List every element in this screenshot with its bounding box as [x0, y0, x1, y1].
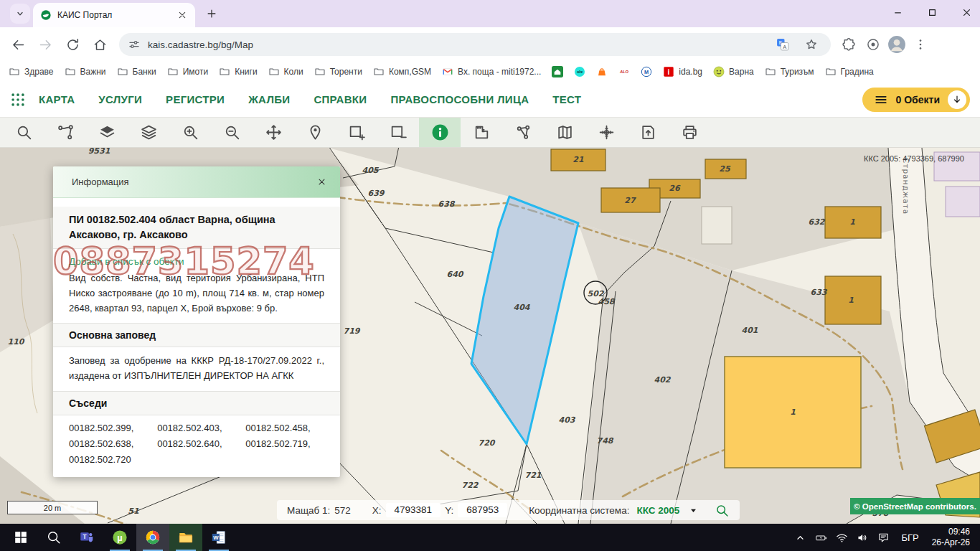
new-tab-button[interactable]: [202, 4, 221, 23]
volume-status-button[interactable]: [852, 524, 873, 551]
maximize-button[interactable]: [923, 3, 941, 22]
utorrent-app-button[interactable]: µ: [103, 524, 136, 551]
tool-layers-button[interactable]: [128, 118, 169, 147]
objects-list-button[interactable]: 0 Обекти: [862, 88, 970, 112]
wifi-status-button[interactable]: [831, 524, 852, 551]
tray-expand-button[interactable]: [790, 524, 811, 551]
tab-close-icon[interactable]: [176, 9, 188, 21]
bookmark-star-button[interactable]: [801, 34, 822, 55]
forward-button[interactable]: [33, 32, 57, 57]
bookmark-item[interactable]: Торенти: [314, 66, 362, 77]
taskbar-clock[interactable]: 09:46 26-Apr-26: [926, 527, 976, 548]
tool-layers-filled-button[interactable]: [86, 118, 128, 147]
bookmark-item[interactable]: i ida.bg: [663, 66, 702, 77]
tool-measure-button[interactable]: [461, 118, 502, 147]
close-button[interactable]: [957, 3, 976, 22]
svg-text:ALO: ALO: [619, 70, 629, 74]
bookmark-item[interactable]: olx: [574, 66, 585, 77]
bookmark-item[interactable]: Вх. поща - miti1972...: [442, 66, 541, 77]
tool-pan-button[interactable]: [253, 118, 294, 147]
nav-menu-item[interactable]: ЖАЛБИ: [248, 93, 290, 105]
osm-attribution-badge[interactable]: © OpenStreetMap contributors.: [850, 498, 980, 514]
neighbors-section-heading: Съседи: [53, 391, 340, 415]
chrome-app-button[interactable]: [136, 524, 169, 551]
nav-menu-item[interactable]: СПРАВКИ: [314, 93, 367, 105]
bookmark-item[interactable]: M: [641, 66, 652, 77]
bookmark-item[interactable]: Здраве: [9, 66, 54, 77]
print-icon: [681, 123, 699, 141]
objects-expand-button[interactable]: [948, 90, 966, 109]
tool-zoom-in-button[interactable]: [169, 118, 211, 147]
objects-count-label: 0 Обекти: [896, 94, 940, 105]
word-app-button[interactable]: W: [202, 524, 235, 551]
nav-menu-item[interactable]: РЕГИСТРИ: [166, 93, 225, 105]
ext-dot-icon: [866, 37, 880, 52]
nav-menu-item[interactable]: ПРАВОСПОСОБНИ ЛИЦА: [390, 93, 529, 105]
tool-zoom-rect-out-button[interactable]: [377, 118, 419, 147]
apps-grid-icon[interactable]: [10, 92, 26, 108]
battery-icon: [815, 532, 827, 544]
language-indicator[interactable]: БГР: [894, 532, 925, 543]
bookmark-item[interactable]: Туризъм: [765, 66, 814, 77]
bookmark-item[interactable]: Книги: [219, 66, 257, 77]
tool-coordinates-button[interactable]: [585, 118, 627, 147]
bookmark-item[interactable]: Коли: [268, 66, 303, 77]
minimize-button[interactable]: [888, 3, 907, 22]
back-button[interactable]: [6, 32, 30, 57]
tool-print-button[interactable]: [669, 118, 710, 147]
bookmark-item[interactable]: [552, 66, 563, 77]
browser-menu-button[interactable]: [910, 34, 931, 55]
taskbar-apps: T µ W: [4, 524, 235, 551]
nav-menu-item[interactable]: ТЕСТ: [552, 93, 581, 105]
bookmark-item[interactable]: Важни: [65, 66, 106, 77]
teams-app-button[interactable]: T: [70, 524, 103, 551]
tool-map-sheets-button[interactable]: [544, 118, 585, 147]
bookmark-item[interactable]: Варна: [713, 66, 754, 77]
folder-icon: [219, 66, 230, 77]
popup-close-button[interactable]: [314, 175, 329, 189]
reload-button[interactable]: [60, 32, 85, 57]
add-to-objects-link[interactable]: Добави в списък с обекти: [69, 256, 184, 267]
tool-polygon-button[interactable]: [502, 118, 544, 147]
rect-plus-icon: [348, 123, 366, 141]
bookmark-item[interactable]: Имоти: [167, 66, 208, 77]
star-icon: [804, 37, 819, 52]
translate-button[interactable]: БA: [772, 34, 793, 55]
map-parcel-label: 722: [462, 481, 479, 490]
taskbar-tray: БГР 09:46 26-Apr-26: [790, 524, 980, 551]
explorer-app-button[interactable]: [169, 524, 202, 551]
crs-value[interactable]: ККС 2005: [636, 505, 679, 516]
tool-export-button[interactable]: [627, 118, 669, 147]
nav-menu-item[interactable]: КАРТА: [39, 93, 75, 105]
nav-menu-item[interactable]: УСЛУГИ: [98, 93, 142, 105]
bookmark-item[interactable]: [596, 66, 608, 77]
action-center-button[interactable]: [873, 524, 894, 551]
tool-search-button[interactable]: [3, 118, 44, 147]
pinned-extension-button[interactable]: [862, 34, 884, 55]
taskbar-search-button[interactable]: [37, 524, 70, 551]
home-button[interactable]: [88, 32, 112, 57]
map-canvas[interactable]: Странджата 95314056396386407191104044037…: [0, 148, 980, 524]
tool-locate-button[interactable]: [294, 118, 336, 147]
bookmark-item[interactable]: Комп,GSM: [373, 66, 431, 77]
bookmark-item[interactable]: Банки: [117, 66, 156, 77]
tab-search-button[interactable]: [10, 4, 30, 24]
extensions-button[interactable]: [838, 34, 859, 55]
tool-zoom-out-button[interactable]: [211, 118, 253, 147]
battery-status-button[interactable]: [811, 524, 831, 551]
address-bar[interactable]: kais.cadastre.bg/bg/Map БA: [119, 33, 831, 56]
tool-zoom-rect-in-button[interactable]: [336, 118, 377, 147]
folder-icon: [825, 66, 837, 77]
crs-dropdown-caret[interactable]: [688, 505, 699, 516]
url-text[interactable]: kais.cadastre.bg/bg/Map: [148, 39, 765, 50]
tool-route-button[interactable]: [44, 118, 86, 147]
map-parcel-label: 638: [438, 199, 456, 209]
coordinate-search-icon[interactable]: [715, 503, 730, 518]
bookmark-item[interactable]: Градина: [825, 66, 874, 77]
bookmark-item[interactable]: ALO: [618, 66, 630, 77]
tool-info-button[interactable]: [419, 118, 461, 147]
reload-icon: [65, 37, 80, 52]
profile-avatar[interactable]: [887, 34, 907, 55]
start-button[interactable]: [4, 524, 37, 551]
browser-tab[interactable]: КАИС Портал: [33, 3, 195, 27]
